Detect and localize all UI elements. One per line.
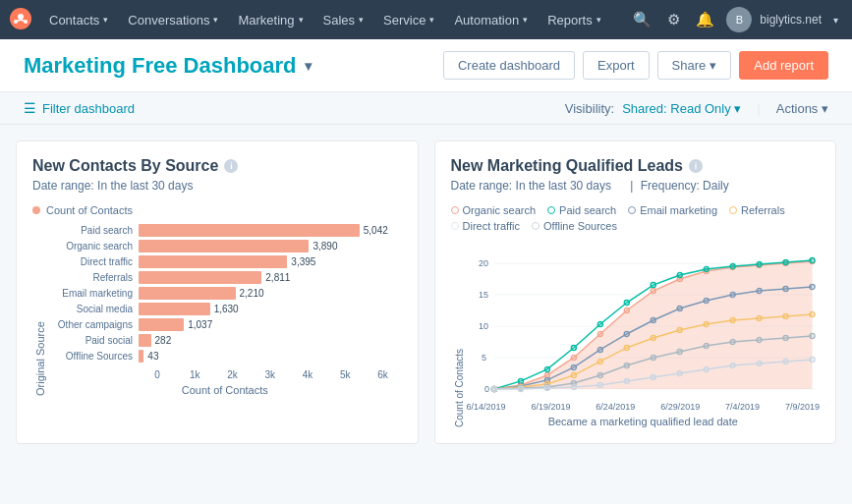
- bar-chart-body: Original Source Paid search5,042Organic …: [32, 224, 402, 396]
- nav-conversations[interactable]: Conversations▾: [118, 0, 228, 39]
- bar-value: 1,037: [188, 319, 212, 330]
- bar-value: 2,811: [265, 272, 290, 283]
- filter-dashboard-button[interactable]: ☰ Filter dashboard: [24, 100, 135, 116]
- bar-row: Direct traffic3,395: [48, 255, 402, 268]
- bar-x-tick: 4k: [289, 369, 326, 380]
- main-nav: Contacts▾ Conversations▾ Marketing▾ Sale…: [0, 0, 852, 39]
- bar-fill-wrapper: 3,395: [139, 255, 402, 268]
- line-legend-label: Referrals: [741, 204, 785, 216]
- svg-text:15: 15: [478, 290, 487, 300]
- filter-bar: ☰ Filter dashboard Visibility: Shared: R…: [0, 92, 852, 125]
- bar-value: 1,630: [214, 304, 239, 314]
- bar-chart-info-icon[interactable]: i: [224, 159, 238, 173]
- bar-fill-wrapper: 3,890: [139, 240, 402, 252]
- domain-caret[interactable]: ▾: [829, 11, 842, 29]
- line-legend-dot: [628, 206, 636, 214]
- bar-x-tick: 5k: [326, 369, 364, 380]
- nav-contacts[interactable]: Contacts▾: [39, 0, 118, 39]
- bar-x-tick: 3k: [252, 369, 289, 380]
- bar-label: Organic search: [48, 241, 139, 252]
- bar-x-axis-ticks: 01k2k3k4k5k6k: [139, 369, 402, 380]
- notifications-icon[interactable]: 🔔: [692, 7, 718, 32]
- page-header: Marketing Free Dashboard ▾ Create dashbo…: [0, 39, 852, 92]
- bar-row: Organic search3,890: [48, 240, 402, 252]
- bar-chart-legend: Count of Contacts: [32, 204, 402, 216]
- line-legend-item: Email marketing: [628, 204, 717, 216]
- line-legend-item: Organic search: [451, 204, 537, 216]
- bar-fill-wrapper: 2,210: [139, 287, 402, 300]
- line-chart-legend: Organic searchPaid searchEmail marketing…: [451, 204, 821, 232]
- bar-fill-wrapper: 5,042: [139, 224, 402, 237]
- bar-row: Paid social282: [48, 334, 402, 347]
- main-content: New Contacts By Source i Date range: In …: [0, 125, 852, 460]
- filter-right: Visibility: Shared: Read Only ▾ | Action…: [565, 101, 828, 116]
- bar-label: Email marketing: [48, 288, 139, 299]
- line-legend-item: Direct traffic: [451, 220, 520, 232]
- nav-reports[interactable]: Reports▾: [538, 0, 611, 39]
- svg-point-1: [18, 14, 24, 20]
- bar-row: Referrals2,811: [48, 271, 402, 284]
- bar-value: 2,210: [240, 288, 264, 299]
- nav-marketing[interactable]: Marketing▾: [228, 0, 312, 39]
- add-report-button[interactable]: Add report: [739, 51, 828, 80]
- bar-label: Paid social: [48, 335, 139, 346]
- visibility-label: Visibility:: [565, 101, 614, 116]
- nav-automation[interactable]: Automation▾: [444, 0, 538, 39]
- bar-row: Other campaigns1,037: [48, 318, 402, 331]
- line-legend-label: Direct traffic: [463, 220, 520, 232]
- title-caret: ▾: [305, 58, 312, 74]
- line-x-axis-ticks: 6/14/2019 6/19/2019 6/24/2019 6/29/2019 …: [467, 402, 821, 412]
- bar-x-tick: 2k: [213, 369, 251, 380]
- bar-fill-wrapper: 2,811: [139, 271, 402, 284]
- contacts-caret: ▾: [103, 15, 108, 25]
- bar-label: Social media: [48, 304, 139, 314]
- hubspot-logo[interactable]: [10, 8, 31, 32]
- header-actions: Create dashboard Export Share ▾ Add repo…: [443, 51, 828, 80]
- bar-row: Paid search5,042: [48, 224, 402, 237]
- bar-row: Social media1,630: [48, 303, 402, 315]
- settings-icon[interactable]: ⚙: [663, 7, 684, 32]
- line-chart-info-icon[interactable]: i: [689, 159, 703, 173]
- svg-text:0: 0: [483, 384, 488, 394]
- line-legend-label: Paid search: [559, 204, 616, 216]
- nav-items: Contacts▾ Conversations▾ Marketing▾ Sale…: [39, 0, 629, 39]
- bar-fill: [139, 224, 360, 237]
- bar-chart-subtitle: Date range: In the last 30 days: [32, 179, 402, 193]
- bar-label: Offline Sources: [48, 351, 139, 362]
- line-legend-item: Referrals: [729, 204, 785, 216]
- bar-fill-wrapper: 1,037: [139, 318, 402, 331]
- bar-value: 282: [155, 335, 172, 346]
- visibility-value[interactable]: Shared: Read Only ▾: [622, 101, 741, 116]
- bar-fill: [139, 350, 143, 363]
- bar-fill: [139, 334, 151, 347]
- bar-x-tick: 0: [139, 369, 176, 380]
- visibility-caret: ▾: [734, 101, 741, 116]
- nav-service[interactable]: Service▾: [373, 0, 444, 39]
- bar-label: Other campaigns: [48, 319, 139, 330]
- svg-text:5: 5: [481, 353, 485, 363]
- bar-chart-title: New Contacts By Source i: [32, 157, 402, 175]
- marketing-caret: ▾: [299, 15, 304, 25]
- share-caret: ▾: [710, 58, 716, 73]
- nav-sales[interactable]: Sales▾: [313, 0, 374, 39]
- line-chart-y-axis-title: Count of Contacts: [451, 240, 467, 427]
- create-dashboard-button[interactable]: Create dashboard: [443, 51, 575, 80]
- search-icon[interactable]: 🔍: [629, 7, 655, 32]
- bar-fill: [139, 271, 261, 284]
- avatar[interactable]: B: [726, 7, 752, 32]
- bar-label: Paid search: [48, 225, 139, 236]
- bar-fill-wrapper: 43: [139, 350, 402, 363]
- bar-value: 3,395: [291, 256, 315, 267]
- actions-button[interactable]: Actions ▾: [776, 101, 828, 116]
- export-button[interactable]: Export: [583, 51, 650, 80]
- line-legend-dot: [451, 206, 459, 214]
- bar-chart-y-axis-title: Original Source: [32, 224, 48, 396]
- bar-fill: [139, 255, 287, 268]
- svg-text:20: 20: [478, 258, 487, 268]
- domain-label[interactable]: biglytics.net: [760, 13, 822, 27]
- dashboard-title[interactable]: Marketing Free Dashboard ▾: [24, 53, 312, 79]
- service-caret: ▾: [429, 15, 434, 25]
- line-chart-card: New Marketing Qualified Leads i Date ran…: [434, 140, 837, 444]
- line-legend-dot: [451, 222, 459, 230]
- share-button[interactable]: Share ▾: [657, 51, 732, 80]
